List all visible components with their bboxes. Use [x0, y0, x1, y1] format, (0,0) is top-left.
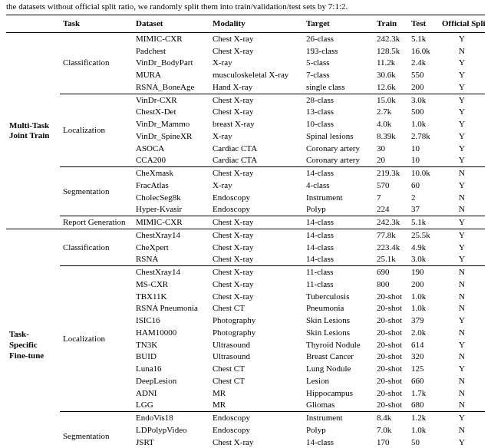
cell-split: Y — [439, 32, 485, 44]
col-target: Target — [303, 15, 374, 33]
cell-train: 8.39k — [374, 130, 408, 143]
cell-dataset: MIMIC-CXR — [133, 32, 209, 44]
cell-modality: Chest X-ray — [209, 436, 303, 448]
cell-split: N — [439, 167, 485, 180]
cell-train: 800 — [374, 278, 408, 291]
cell-dataset: ISIC16 — [133, 315, 209, 327]
cell-split: N — [439, 278, 485, 291]
cell-train: 223.4k — [374, 242, 408, 254]
cell-split: N — [439, 302, 485, 315]
cell-train: 7 — [374, 192, 408, 204]
cell-dataset: TN3K — [133, 339, 209, 351]
cell-test: 10 — [408, 143, 439, 155]
cell-test: 3.0k — [408, 253, 439, 265]
table-row: Report GenerationMIMIC-CXRChest X-ray14-… — [6, 216, 485, 229]
cell-train: 7.0k — [374, 424, 408, 436]
cell-modality: Chest CT — [209, 302, 303, 315]
cell-dataset: DeepLesion — [133, 375, 209, 387]
cell-split: N — [439, 291, 485, 303]
cell-dataset: HAM10000 — [133, 327, 209, 339]
cell-dataset: RSNA Pneumonia — [133, 302, 209, 315]
task-label: Report Generation — [60, 216, 133, 229]
cell-modality: X-ray — [209, 180, 303, 192]
cell-train: 690 — [374, 266, 408, 278]
cell-target: Skin Lesions — [303, 327, 374, 339]
cell-dataset: TBX11K — [133, 291, 209, 303]
cell-dataset: VinDr_Mammo — [133, 118, 209, 130]
cell-train: 20 — [374, 154, 408, 166]
cell-test: 50 — [408, 436, 439, 448]
stage-label: Multi-Task Joint Train — [6, 32, 60, 229]
cell-test: 16.0k — [408, 45, 439, 58]
cell-target: 14-class — [303, 229, 374, 241]
cell-test: 1.2k — [408, 412, 439, 424]
task-label: Segmentation — [60, 167, 133, 216]
cell-train: 30 — [374, 143, 408, 155]
cell-split: Y — [439, 339, 485, 351]
cell-modality: Endoscopy — [209, 412, 303, 424]
cell-dataset: Hyper-Kvasir — [133, 203, 209, 216]
cell-target: Instrument — [303, 192, 374, 204]
cell-dataset: RSNA — [133, 253, 209, 265]
cell-split: Y — [439, 154, 485, 166]
cell-test: 1.0k — [408, 291, 439, 303]
cell-train: 20-shot — [374, 315, 408, 327]
cell-target: 26-class — [303, 32, 374, 44]
cell-split: Y — [439, 436, 485, 448]
cell-dataset: CholecSeg8k — [133, 192, 209, 204]
cell-dataset: JSRT — [133, 436, 209, 448]
cell-train: 2.7k — [374, 106, 408, 118]
cell-dataset: MS-CXR — [133, 278, 209, 291]
cell-test: 5.1k — [408, 216, 439, 229]
cell-split: Y — [439, 229, 485, 241]
table-header-row: Task Dataset Modality Target Train Test … — [6, 15, 485, 33]
cell-modality: Ultrasound — [209, 351, 303, 363]
cell-split: Y — [439, 81, 485, 94]
cell-split: N — [439, 399, 485, 411]
cell-modality: Chest X-ray — [209, 167, 303, 180]
cell-train: 219.3k — [374, 167, 408, 180]
cell-dataset: ADNI — [133, 387, 209, 400]
cell-target: 11-class — [303, 266, 374, 278]
cell-dataset: VinDr_BodyPart — [133, 57, 209, 69]
cell-test: 1.0k — [408, 118, 439, 130]
cell-test: 1.0k — [408, 302, 439, 315]
cell-train: 242.3k — [374, 216, 408, 229]
cell-target: Thyroid Nodule — [303, 339, 374, 351]
cell-dataset: CheXpert — [133, 242, 209, 254]
cell-modality: Endoscopy — [209, 203, 303, 216]
cell-split: N — [439, 266, 485, 278]
datasets-table: Task Dataset Modality Target Train Test … — [6, 15, 485, 448]
table-caption: the datasets without official split rati… — [0, 0, 491, 15]
cell-modality: Chest X-ray — [209, 253, 303, 265]
cell-split: Y — [439, 69, 485, 81]
cell-modality: Cardiac CTA — [209, 154, 303, 166]
table-row: SegmentationCheXmaskChest X-ray14-class2… — [6, 167, 485, 180]
cell-modality: MR — [209, 387, 303, 400]
cell-train: 242.3k — [374, 32, 408, 44]
cell-test: 37 — [408, 203, 439, 216]
cell-target: 5-class — [303, 57, 374, 69]
cell-train: 77.8k — [374, 229, 408, 241]
cell-target: Polyp — [303, 203, 374, 216]
cell-train: 30.6k — [374, 69, 408, 81]
col-train: Train — [374, 15, 408, 33]
cell-target: Hippocampus — [303, 387, 374, 400]
cell-modality: Chest X-ray — [209, 278, 303, 291]
cell-split: N — [439, 192, 485, 204]
cell-test: 2.78k — [408, 130, 439, 143]
cell-split: Y — [439, 315, 485, 327]
cell-target: Coronary artery — [303, 154, 374, 166]
cell-split: Y — [439, 412, 485, 424]
cell-test: 660 — [408, 375, 439, 387]
cell-modality: musculoskeletal X-ray — [209, 69, 303, 81]
cell-test: 2 — [408, 192, 439, 204]
cell-modality: Chest X-ray — [209, 94, 303, 106]
cell-modality: X-ray — [209, 57, 303, 69]
cell-target: Lung Nodule — [303, 363, 374, 375]
cell-target: 11-class — [303, 278, 374, 291]
task-label: Segmentation — [60, 412, 133, 448]
cell-split: Y — [439, 253, 485, 265]
cell-train: 11.2k — [374, 57, 408, 69]
cell-split: Y — [439, 118, 485, 130]
